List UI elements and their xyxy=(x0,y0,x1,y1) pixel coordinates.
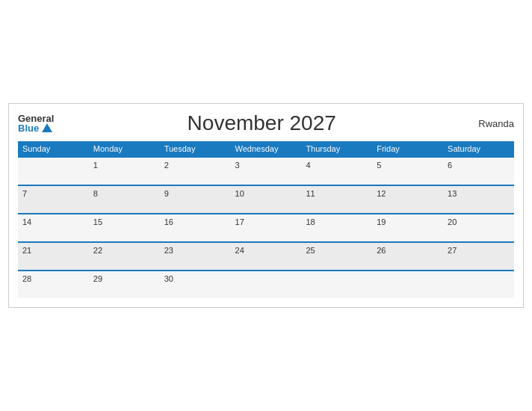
weekday-header-thursday: Thursday xyxy=(301,141,372,157)
day-number: 13 xyxy=(448,189,457,198)
calendar-cell xyxy=(231,271,302,298)
day-number: 11 xyxy=(306,189,315,198)
calendar-cell: 25 xyxy=(301,242,372,271)
day-number: 20 xyxy=(448,217,457,226)
calendar-cell: 3 xyxy=(231,157,302,185)
day-number: 25 xyxy=(306,246,315,255)
calendar-cell: 22 xyxy=(89,242,160,271)
weekday-header-saturday: Saturday xyxy=(443,141,514,157)
week-row-5: 282930 xyxy=(18,271,514,298)
day-number: 2 xyxy=(164,161,169,170)
weekday-header-friday: Friday xyxy=(372,141,443,157)
calendar-container: General Blue November 2027 Rwanda Sunday… xyxy=(8,103,524,308)
calendar-cell: 11 xyxy=(301,185,372,214)
weekday-header-monday: Monday xyxy=(89,141,160,157)
day-number: 26 xyxy=(377,246,386,255)
week-row-3: 14151617181920 xyxy=(18,214,514,242)
day-number: 9 xyxy=(164,189,169,198)
calendar-cell xyxy=(372,271,443,298)
day-number: 5 xyxy=(377,161,381,170)
calendar-cell: 23 xyxy=(160,242,231,271)
calendar-cell: 16 xyxy=(160,214,231,242)
day-number: 17 xyxy=(235,217,244,226)
day-number: 21 xyxy=(22,246,31,255)
calendar-cell: 2 xyxy=(160,157,231,185)
calendar-cell xyxy=(301,271,372,298)
calendar-cell: 13 xyxy=(443,185,514,214)
country-label: Rwanda xyxy=(469,118,514,129)
week-row-2: 78910111213 xyxy=(18,185,514,214)
calendar-table: SundayMondayTuesdayWednesdayThursdayFrid… xyxy=(18,141,514,298)
day-number: 23 xyxy=(164,246,173,255)
calendar-cell: 20 xyxy=(443,214,514,242)
calendar-title: November 2027 xyxy=(54,111,469,135)
calendar-cell xyxy=(18,157,89,185)
weekday-header-row: SundayMondayTuesdayWednesdayThursdayFrid… xyxy=(18,141,514,157)
calendar-cell: 24 xyxy=(231,242,302,271)
calendar-cell: 19 xyxy=(372,214,443,242)
logo-blue-text: Blue xyxy=(18,123,39,133)
calendar-cell: 30 xyxy=(160,271,231,298)
calendar-cell: 28 xyxy=(18,271,89,298)
day-number: 15 xyxy=(93,217,102,226)
day-number: 16 xyxy=(164,217,173,226)
day-number: 3 xyxy=(235,161,240,170)
calendar-cell: 12 xyxy=(372,185,443,214)
calendar-cell: 26 xyxy=(372,242,443,271)
day-number: 27 xyxy=(448,246,457,255)
calendar-cell: 17 xyxy=(231,214,302,242)
day-number: 12 xyxy=(377,189,386,198)
calendar-cell: 10 xyxy=(231,185,302,214)
calendar-cell: 15 xyxy=(89,214,160,242)
logo-triangle-icon xyxy=(42,123,52,132)
calendar-cell: 14 xyxy=(18,214,89,242)
calendar-cell: 21 xyxy=(18,242,89,271)
calendar-cell: 5 xyxy=(372,157,443,185)
calendar-cell: 8 xyxy=(89,185,160,214)
calendar-cell: 9 xyxy=(160,185,231,214)
logo: General Blue xyxy=(18,114,54,133)
calendar-cell: 7 xyxy=(18,185,89,214)
day-number: 18 xyxy=(306,217,315,226)
day-number: 30 xyxy=(164,274,173,283)
calendar-cell: 27 xyxy=(443,242,514,271)
day-number: 29 xyxy=(93,274,102,283)
day-number: 14 xyxy=(22,217,31,226)
day-number: 6 xyxy=(448,161,452,170)
day-number: 19 xyxy=(377,217,386,226)
week-row-1: 123456 xyxy=(18,157,514,185)
calendar-cell: 18 xyxy=(301,214,372,242)
day-number: 8 xyxy=(93,189,98,198)
day-number: 22 xyxy=(93,246,102,255)
weekday-header-wednesday: Wednesday xyxy=(231,141,302,157)
calendar-header: General Blue November 2027 Rwanda xyxy=(18,111,514,135)
calendar-cell: 4 xyxy=(301,157,372,185)
day-number: 10 xyxy=(235,189,244,198)
calendar-cell: 29 xyxy=(89,271,160,298)
calendar-cell xyxy=(443,271,514,298)
day-number: 1 xyxy=(93,161,98,170)
week-row-4: 21222324252627 xyxy=(18,242,514,271)
calendar-cell: 6 xyxy=(443,157,514,185)
weekday-header-tuesday: Tuesday xyxy=(160,141,231,157)
weekday-header-sunday: Sunday xyxy=(18,141,89,157)
day-number: 7 xyxy=(22,189,27,198)
day-number: 24 xyxy=(235,246,244,255)
day-number: 4 xyxy=(306,161,310,170)
day-number: 28 xyxy=(22,274,31,283)
calendar-cell: 1 xyxy=(89,157,160,185)
